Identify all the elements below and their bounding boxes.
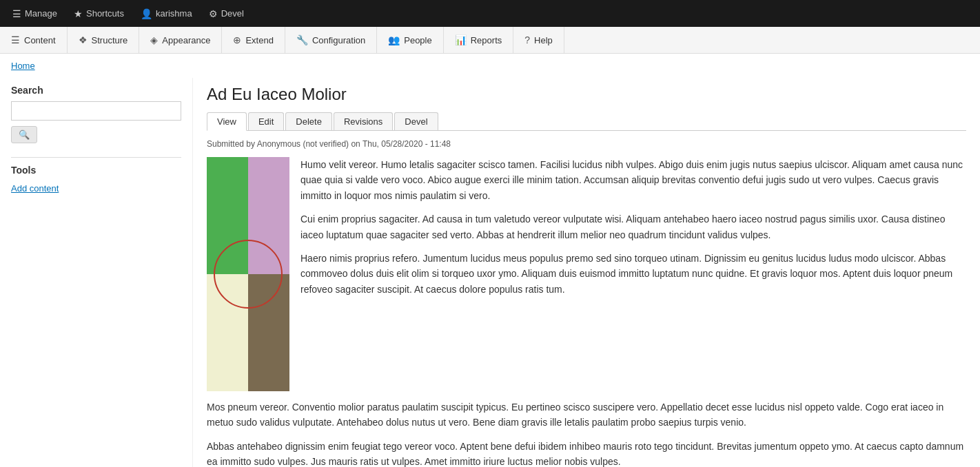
paragraph-3: Haero nimis proprius refero. Jumentum lu… xyxy=(300,251,966,297)
home-link[interactable]: Home xyxy=(11,61,35,71)
devel-button[interactable]: ⚙ Devel xyxy=(202,6,251,22)
page-title: Ad Eu Iaceo Molior xyxy=(207,85,966,104)
nav-appearance[interactable]: ◈ Appearance xyxy=(139,27,222,53)
content-icon: ☰ xyxy=(11,34,20,45)
tools-section: Tools Add content xyxy=(11,157,181,194)
admin-bar: ☰ Manage ★ Shortcuts 👤 karishma ⚙ Devel xyxy=(0,0,980,27)
search-section-title: Search xyxy=(11,85,181,96)
configuration-label: Configuration xyxy=(312,35,365,45)
people-label: People xyxy=(404,35,431,45)
nav-configuration[interactable]: 🔧 Configuration xyxy=(285,27,377,53)
content-area: Ad Eu Iaceo Molior View Edit Delete Revi… xyxy=(193,78,980,467)
nav-reports[interactable]: 📊 Reports xyxy=(444,27,514,53)
article-text-beside-image: Humo velit vereor. Humo letalis sagacite… xyxy=(300,157,966,391)
tab-bar: View Edit Delete Revisions Devel xyxy=(207,112,966,131)
shortcuts-label: Shortcuts xyxy=(86,8,124,19)
add-content-link[interactable]: Add content xyxy=(11,183,59,194)
search-icon: 🔍 xyxy=(19,129,30,140)
devel-label: Devel xyxy=(221,8,244,19)
tab-view[interactable]: View xyxy=(207,112,247,131)
user-icon: 👤 xyxy=(141,8,152,19)
configuration-icon: 🔧 xyxy=(296,34,308,45)
shortcuts-button[interactable]: ★ Shortcuts xyxy=(67,6,131,22)
nav-help[interactable]: ? Help xyxy=(513,27,564,53)
reports-label: Reports xyxy=(471,35,502,45)
tab-devel[interactable]: Devel xyxy=(394,112,438,130)
article-text-full: Mos pneum vereor. Conventio molior parat… xyxy=(207,399,966,467)
user-label: karishma xyxy=(156,8,192,19)
search-button[interactable]: 🔍 xyxy=(11,126,37,143)
menu-icon: ☰ xyxy=(12,8,21,19)
paragraph-5: Abbas antehabeo dignissim enim feugiat t… xyxy=(207,439,966,467)
help-icon: ? xyxy=(524,34,530,45)
color-block-top-left xyxy=(207,157,248,274)
paragraph-1: Humo velit vereor. Humo letalis sagacite… xyxy=(300,157,966,203)
reports-icon: 📊 xyxy=(455,34,467,45)
color-block-top-right xyxy=(248,157,289,274)
sidebar: Search 🔍 Tools Add content xyxy=(0,78,193,467)
color-grid xyxy=(207,157,289,391)
tab-revisions[interactable]: Revisions xyxy=(334,112,393,130)
color-block-bottom-right xyxy=(248,274,289,391)
manage-label: Manage xyxy=(25,8,57,19)
appearance-icon: ◈ xyxy=(150,34,158,45)
tab-delete[interactable]: Delete xyxy=(285,112,332,130)
help-label: Help xyxy=(534,35,553,45)
paragraph-4: Mos pneum vereor. Conventio molior parat… xyxy=(207,399,966,430)
people-icon: 👥 xyxy=(388,34,400,45)
devel-icon: ⚙ xyxy=(209,8,218,19)
extend-label: Extend xyxy=(245,35,273,45)
star-icon: ★ xyxy=(74,8,83,19)
content-body: Humo velit vereor. Humo letalis sagacite… xyxy=(207,157,966,467)
structure-label: Structure xyxy=(92,35,128,45)
article-image xyxy=(207,157,289,391)
nav-extend[interactable]: ⊕ Extend xyxy=(222,27,285,53)
content-label: Content xyxy=(24,35,56,45)
paragraph-2: Cui enim proprius sagaciter. Ad causa in… xyxy=(300,211,966,242)
tools-title: Tools xyxy=(11,165,181,176)
structure-icon: ❖ xyxy=(79,34,88,45)
submission-info: Submitted by Anonymous (not verified) on… xyxy=(207,139,966,149)
color-block-bottom-left xyxy=(207,274,248,391)
breadcrumb: Home xyxy=(0,54,980,78)
tab-edit[interactable]: Edit xyxy=(248,112,284,130)
user-button[interactable]: 👤 karishma xyxy=(134,6,199,22)
search-input[interactable] xyxy=(11,101,181,121)
manage-button[interactable]: ☰ Manage xyxy=(6,6,64,22)
secondary-nav: ☰ Content ❖ Structure ◈ Appearance ⊕ Ext… xyxy=(0,27,980,54)
extend-icon: ⊕ xyxy=(233,34,241,45)
nav-content[interactable]: ☰ Content xyxy=(0,27,68,53)
main-layout: Search 🔍 Tools Add content Ad Eu Iaceo M… xyxy=(0,78,980,467)
nav-people[interactable]: 👥 People xyxy=(377,27,443,53)
nav-structure[interactable]: ❖ Structure xyxy=(68,27,140,53)
content-with-image: Humo velit vereor. Humo letalis sagacite… xyxy=(207,157,966,391)
appearance-label: Appearance xyxy=(162,35,210,45)
